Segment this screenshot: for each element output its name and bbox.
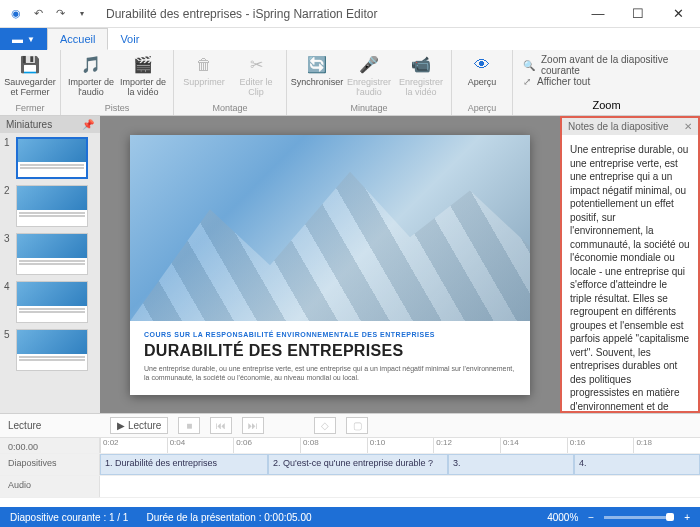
group-preview-label: Aperçu	[468, 103, 497, 115]
thumbnail-1[interactable]: 1	[4, 137, 96, 179]
slides-track[interactable]: 1. Durabilité des entreprises2. Qu'est-c…	[100, 454, 700, 475]
timeline-ruler[interactable]: 0:020:040:060:080:100:120:140:160:18	[100, 438, 700, 453]
record-audio-button[interactable]: 🎤Enregistrer l'audio	[345, 52, 393, 98]
row-audio-label: Audio	[0, 476, 100, 497]
tick: 0:06	[233, 438, 300, 453]
thumbnail-5[interactable]: 5	[4, 329, 96, 371]
thumbnails-title: Miniatures	[6, 119, 52, 130]
ribbon: 💾Sauvegarder et Fermer Fermer 🎵Importer …	[0, 50, 700, 116]
sync-button[interactable]: 🔄Synchroniser	[293, 52, 341, 98]
app-icon: ◉	[8, 6, 24, 22]
notes-panel: Notes de la diapositive✕ Une entreprise …	[560, 116, 700, 413]
preview-button[interactable]: 👁Aperçu	[458, 52, 506, 88]
close-button[interactable]: ✕	[664, 6, 692, 21]
eye-icon: 👁	[471, 54, 493, 76]
import-audio-button[interactable]: 🎵Importer de l'audio	[67, 52, 115, 98]
prev-button[interactable]: ⏮	[210, 417, 232, 434]
thumbnail-4[interactable]: 4	[4, 281, 96, 323]
tick: 0:02	[100, 438, 167, 453]
tick: 0:16	[567, 438, 634, 453]
redo-icon[interactable]: ↷	[52, 6, 68, 22]
slide-title: DURABILITÉ DES ENTREPRISES	[144, 342, 516, 360]
minimize-button[interactable]: —	[584, 6, 612, 21]
ribbon-tabs: ▬▼ Accueil Voir	[0, 28, 700, 50]
status-current-slide: Diapositive courante : 1 / 1	[10, 512, 128, 523]
slide-clip[interactable]: 1. Durabilité des entreprises	[100, 454, 268, 475]
maximize-button[interactable]: ☐	[624, 6, 652, 21]
group-close-label: Fermer	[16, 103, 45, 115]
audio-track[interactable]	[100, 476, 700, 497]
tick: 0:08	[300, 438, 367, 453]
fit-icon: ⤢	[523, 76, 531, 87]
row-slides-label: Diapositives	[0, 454, 100, 475]
tick: 0:18	[633, 438, 700, 453]
stop-button[interactable]: ■	[178, 417, 200, 434]
save-icon: 💾	[19, 54, 41, 76]
tick: 0:04	[167, 438, 234, 453]
thumbnails-pin-icon[interactable]: 📌	[82, 119, 94, 130]
slide-paragraph: Une entreprise durable, ou une entrepris…	[144, 364, 516, 382]
tick: 0:12	[433, 438, 500, 453]
video-import-icon: 🎬	[132, 54, 154, 76]
play-icon: ▶	[117, 420, 125, 431]
status-bar: Diapositive courante : 1 / 1 Durée de la…	[0, 507, 700, 527]
status-duration: Durée de la présentation : 0:00:05.00	[146, 512, 311, 523]
play-button[interactable]: ▶Lecture	[110, 417, 168, 434]
timeline: 0:00.00 0:020:040:060:080:100:120:140:16…	[0, 437, 700, 507]
scissors-icon: ✂	[245, 54, 267, 76]
marker-b-button[interactable]: ▢	[346, 417, 368, 434]
mic-icon: 🎤	[358, 54, 380, 76]
thumbnails-panel: Miniatures📌 12345	[0, 116, 100, 413]
window-title: Durabilité des entreprises - iSpring Nar…	[106, 7, 377, 21]
next-button[interactable]: ⏭	[242, 417, 264, 434]
group-zoom-label: Zoom	[523, 99, 690, 111]
playback-bar: Lecture ▶Lecture ■ ⏮ ⏭ ◇ ▢	[0, 413, 700, 437]
notes-text[interactable]: Une entreprise durable, ou une entrepris…	[562, 135, 698, 411]
slide-kicker: COURS SUR LA RESPONSABILITÉ ENVIRONNEMEN…	[144, 331, 516, 338]
tick: 0:14	[500, 438, 567, 453]
tab-view[interactable]: Voir	[108, 28, 151, 50]
zoom-in-icon: 🔍	[523, 60, 535, 71]
qat-dropdown-icon[interactable]: ▾	[74, 6, 90, 22]
group-tracks-label: Pistes	[105, 103, 130, 115]
zoom-out-button[interactable]: −	[588, 512, 594, 523]
trash-icon: 🗑	[193, 54, 215, 76]
save-close-button[interactable]: 💾Sauvegarder et Fermer	[6, 52, 54, 98]
notes-close-icon[interactable]: ✕	[684, 121, 692, 132]
undo-icon[interactable]: ↶	[30, 6, 46, 22]
zoom-slider[interactable]	[604, 516, 674, 519]
zoom-current-button[interactable]: 🔍Zoom avant de la diapositive courante	[523, 54, 690, 76]
slide-clip[interactable]: 3.	[448, 454, 574, 475]
marker-a-button[interactable]: ◇	[314, 417, 336, 434]
slide-clip[interactable]: 2. Qu'est-ce qu'une entreprise durable ?	[268, 454, 448, 475]
import-video-button[interactable]: 🎬Importer de la vidéo	[119, 52, 167, 98]
record-video-button[interactable]: 📹Enregistrer la vidéo	[397, 52, 445, 98]
tab-home[interactable]: Accueil	[47, 28, 108, 50]
camera-icon: 📹	[410, 54, 432, 76]
title-bar: ◉ ↶ ↷ ▾ Durabilité des entreprises - iSp…	[0, 0, 700, 28]
status-zoom: 4000%	[547, 512, 578, 523]
delete-button[interactable]: 🗑Supprimer	[180, 52, 228, 98]
timeline-start: 0:00.00	[0, 438, 100, 453]
show-all-button[interactable]: ⤢Afficher tout	[523, 76, 690, 87]
group-edit-label: Montage	[212, 103, 247, 115]
slide-canvas: COURS SUR LA RESPONSABILITÉ ENVIRONNEMEN…	[100, 116, 560, 413]
playback-label: Lecture	[8, 420, 100, 431]
tick: 0:10	[367, 438, 434, 453]
file-tab[interactable]: ▬▼	[0, 28, 47, 50]
edit-clip-button[interactable]: ✂Editer le Clip	[232, 52, 280, 98]
zoom-in-button[interactable]: +	[684, 512, 690, 523]
thumbnail-3[interactable]: 3	[4, 233, 96, 275]
slide-hero-image	[130, 135, 530, 322]
notes-title: Notes de la diapositive	[568, 121, 669, 132]
sync-icon: 🔄	[306, 54, 328, 76]
current-slide: COURS SUR LA RESPONSABILITÉ ENVIRONNEMEN…	[130, 135, 530, 395]
audio-import-icon: 🎵	[80, 54, 102, 76]
slide-clip[interactable]: 4.	[574, 454, 700, 475]
group-timing-label: Minutage	[350, 103, 387, 115]
thumbnail-2[interactable]: 2	[4, 185, 96, 227]
